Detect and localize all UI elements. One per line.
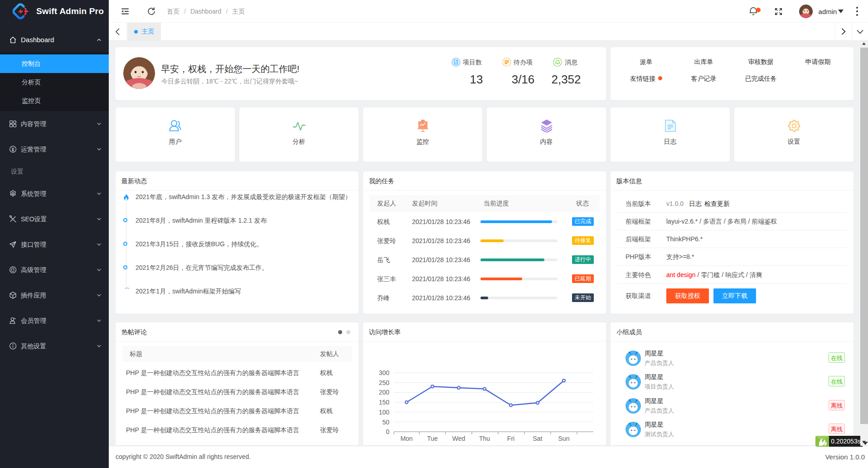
svg-text:Fri: Fri — [507, 435, 514, 442]
svg-text:Thu: Thu — [479, 435, 490, 442]
svg-text:300: 300 — [379, 369, 390, 376]
svg-text:150: 150 — [379, 399, 390, 406]
svg-text:0: 0 — [386, 428, 389, 435]
svg-text:Mon: Mon — [400, 435, 412, 442]
svg-text:250: 250 — [379, 379, 390, 386]
svg-text:Tue: Tue — [427, 435, 438, 442]
svg-text:Wed: Wed — [452, 435, 466, 442]
svg-text:50: 50 — [382, 419, 389, 426]
svg-text:Sat: Sat — [533, 435, 542, 442]
svg-text:200: 200 — [379, 389, 390, 396]
svg-text:Sun: Sun — [558, 435, 570, 442]
svg-text:100: 100 — [379, 409, 390, 416]
